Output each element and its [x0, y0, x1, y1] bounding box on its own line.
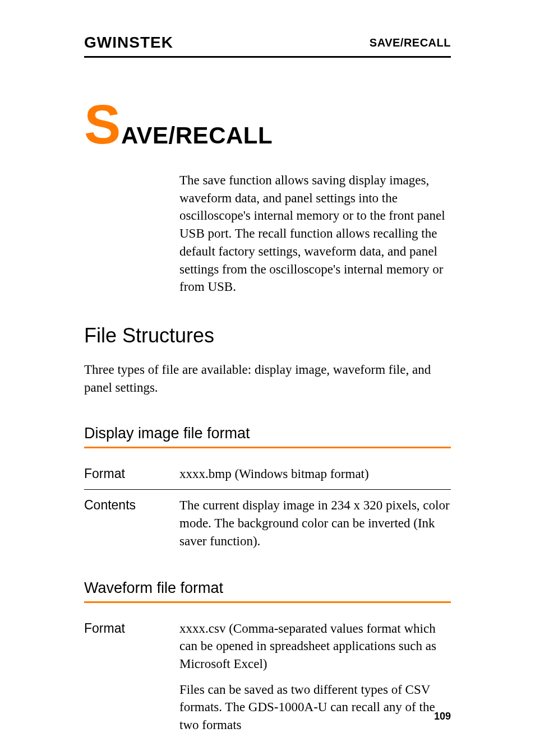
waveform-format-p1: xxxx.csv (Comma-separated values format …	[179, 620, 451, 673]
subsection-waveform-heading: Waveform file format	[84, 579, 451, 603]
header-section-title: SAVE/RECALL	[370, 36, 451, 49]
waveform-table: Format xxxx.csv (Comma-separated values …	[84, 613, 451, 741]
table-label: Format	[84, 613, 179, 741]
subsection-display-image-heading: Display image file format	[84, 425, 451, 448]
table-value: xxxx.csv (Comma-separated values format …	[179, 613, 451, 741]
brand-text: GWINSTEK	[84, 34, 173, 51]
table-label: Format	[84, 458, 179, 490]
chapter-intro: The save function allows saving display …	[179, 171, 451, 296]
table-row: Format xxxx.bmp (Windows bitmap format)	[84, 458, 451, 490]
page-number: 109	[434, 711, 451, 722]
page-header: GWINSTEK SAVE/RECALL	[84, 34, 451, 58]
display-image-table: Format xxxx.bmp (Windows bitmap format) …	[84, 458, 451, 557]
table-value: The current display image in 234 x 320 p…	[179, 490, 451, 557]
table-label: Contents	[84, 490, 179, 557]
waveform-format-p2: Files can be saved as two different type…	[179, 681, 451, 734]
table-value: xxxx.bmp (Windows bitmap format)	[179, 458, 451, 490]
section-file-structures-body: Three types of file are available: displ…	[84, 361, 451, 396]
chapter-initial: S	[84, 94, 121, 155]
chapter-rest: AVE/RECALL	[121, 122, 273, 149]
table-row: Format xxxx.csv (Comma-separated values …	[84, 613, 451, 741]
chapter-title: SAVE/RECALL	[84, 103, 451, 149]
section-file-structures-heading: File Structures	[84, 324, 451, 347]
table-row: Contents The current display image in 23…	[84, 490, 451, 557]
brand-logo: GWINSTEK	[84, 34, 173, 52]
